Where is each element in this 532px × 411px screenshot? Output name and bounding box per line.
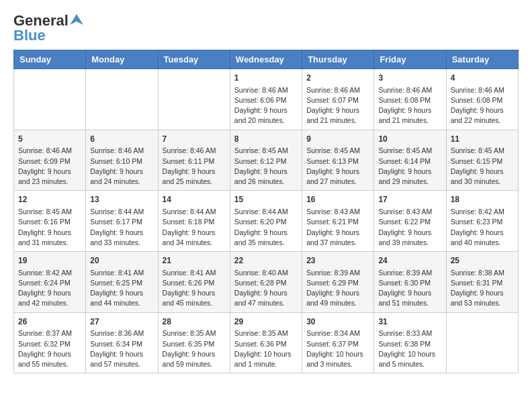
day-number: 21 [163,255,226,267]
calendar-cell: 2Sunrise: 8:46 AM Sunset: 6:07 PM Daylig… [302,69,374,130]
cell-content: Sunrise: 8:35 AM Sunset: 6:35 PM Dayligh… [163,328,226,369]
calendar-cell: 10Sunrise: 8:45 AM Sunset: 6:14 PM Dayli… [374,130,446,191]
day-number: 2 [306,73,369,84]
day-number: 22 [234,255,298,267]
calendar-cell: 18Sunrise: 8:42 AM Sunset: 6:23 PM Dayli… [446,191,518,252]
calendar-cell: 28Sunrise: 8:35 AM Sunset: 6:35 PM Dayli… [158,312,230,373]
day-number: 30 [306,316,369,328]
day-number: 5 [18,134,81,145]
calendar-cell: 23Sunrise: 8:39 AM Sunset: 6:29 PM Dayli… [302,252,374,313]
cell-content: Sunrise: 8:46 AM Sunset: 6:08 PM Dayligh… [451,85,514,126]
calendar-cell: 7Sunrise: 8:46 AM Sunset: 6:11 PM Daylig… [158,130,230,191]
cell-content: Sunrise: 8:33 AM Sunset: 6:38 PM Dayligh… [378,328,441,369]
calendar-cell: 24Sunrise: 8:39 AM Sunset: 6:30 PM Dayli… [374,252,446,313]
logo-general-text: General [13,13,69,28]
cell-content: Sunrise: 8:41 AM Sunset: 6:26 PM Dayligh… [163,268,226,309]
cell-content: Sunrise: 8:44 AM Sunset: 6:20 PM Dayligh… [234,207,298,248]
calendar-cell: 1Sunrise: 8:46 AM Sunset: 6:06 PM Daylig… [230,69,302,130]
cell-content: Sunrise: 8:39 AM Sunset: 6:30 PM Dayligh… [378,268,441,309]
calendar-cell: 21Sunrise: 8:41 AM Sunset: 6:26 PM Dayli… [158,252,230,313]
day-number: 23 [306,255,369,267]
calendar-header-saturday: Saturday [446,50,518,69]
cell-content: Sunrise: 8:43 AM Sunset: 6:21 PM Dayligh… [306,207,369,248]
day-number: 9 [306,134,369,145]
calendar-cell: 13Sunrise: 8:44 AM Sunset: 6:17 PM Dayli… [86,191,158,252]
day-number: 17 [378,194,441,205]
day-number: 8 [234,134,298,145]
cell-content: Sunrise: 8:39 AM Sunset: 6:29 PM Dayligh… [306,268,369,309]
day-number: 15 [234,194,298,205]
calendar-cell: 31Sunrise: 8:33 AM Sunset: 6:38 PM Dayli… [374,312,446,373]
cell-content: Sunrise: 8:44 AM Sunset: 6:18 PM Dayligh… [163,207,226,248]
cell-content: Sunrise: 8:37 AM Sunset: 6:32 PM Dayligh… [18,328,81,369]
day-number: 16 [306,194,369,205]
calendar-cell: 12Sunrise: 8:45 AM Sunset: 6:16 PM Dayli… [14,191,86,252]
calendar-week-row: 12Sunrise: 8:45 AM Sunset: 6:16 PM Dayli… [14,191,519,252]
day-number: 6 [90,134,153,145]
calendar-cell [446,312,518,373]
calendar-week-row: 26Sunrise: 8:37 AM Sunset: 6:32 PM Dayli… [14,312,519,373]
calendar-week-row: 19Sunrise: 8:42 AM Sunset: 6:24 PM Dayli… [14,252,519,313]
day-number: 13 [90,194,153,205]
day-number: 25 [451,255,514,267]
calendar-cell: 6Sunrise: 8:46 AM Sunset: 6:10 PM Daylig… [86,130,158,191]
calendar-table: SundayMondayTuesdayWednesdayThursdayFrid… [13,50,519,373]
calendar-cell [86,69,158,130]
day-number: 3 [378,73,441,84]
calendar-cell: 3Sunrise: 8:46 AM Sunset: 6:08 PM Daylig… [374,69,446,130]
cell-content: Sunrise: 8:40 AM Sunset: 6:28 PM Dayligh… [234,268,298,309]
day-number: 4 [451,73,514,84]
calendar-header-sunday: Sunday [14,50,86,69]
calendar-cell: 11Sunrise: 8:45 AM Sunset: 6:15 PM Dayli… [446,130,518,191]
calendar-cell: 27Sunrise: 8:36 AM Sunset: 6:34 PM Dayli… [86,312,158,373]
day-number: 28 [163,316,226,328]
cell-content: Sunrise: 8:45 AM Sunset: 6:13 PM Dayligh… [306,146,369,187]
cell-content: Sunrise: 8:41 AM Sunset: 6:25 PM Dayligh… [90,268,153,309]
day-number: 29 [234,316,298,328]
day-number: 12 [18,194,81,205]
cell-content: Sunrise: 8:43 AM Sunset: 6:22 PM Dayligh… [378,207,441,248]
day-number: 31 [378,316,441,328]
cell-content: Sunrise: 8:34 AM Sunset: 6:37 PM Dayligh… [306,328,369,369]
cell-content: Sunrise: 8:42 AM Sunset: 6:23 PM Dayligh… [451,207,514,248]
calendar-cell: 30Sunrise: 8:34 AM Sunset: 6:37 PM Dayli… [302,312,374,373]
cell-content: Sunrise: 8:46 AM Sunset: 6:06 PM Dayligh… [234,85,298,126]
day-number: 10 [378,134,441,145]
calendar-header-friday: Friday [374,50,446,69]
calendar-header-wednesday: Wednesday [230,50,302,69]
cell-content: Sunrise: 8:35 AM Sunset: 6:36 PM Dayligh… [234,328,298,369]
cell-content: Sunrise: 8:45 AM Sunset: 6:14 PM Dayligh… [378,146,441,187]
calendar-cell: 8Sunrise: 8:45 AM Sunset: 6:12 PM Daylig… [230,130,302,191]
calendar-cell: 25Sunrise: 8:38 AM Sunset: 6:31 PM Dayli… [446,252,518,313]
day-number: 7 [163,134,226,145]
calendar-cell: 26Sunrise: 8:37 AM Sunset: 6:32 PM Dayli… [14,312,86,373]
calendar-cell: 22Sunrise: 8:40 AM Sunset: 6:28 PM Dayli… [230,252,302,313]
cell-content: Sunrise: 8:36 AM Sunset: 6:34 PM Dayligh… [90,328,153,369]
day-number: 14 [163,194,226,205]
day-number: 19 [18,255,81,267]
svg-marker-0 [70,14,83,25]
cell-content: Sunrise: 8:45 AM Sunset: 6:16 PM Dayligh… [18,207,81,248]
calendar-cell [14,69,86,130]
cell-content: Sunrise: 8:46 AM Sunset: 6:09 PM Dayligh… [18,146,81,187]
cell-content: Sunrise: 8:45 AM Sunset: 6:12 PM Dayligh… [234,146,298,187]
cell-content: Sunrise: 8:46 AM Sunset: 6:08 PM Dayligh… [378,85,441,126]
cell-content: Sunrise: 8:45 AM Sunset: 6:15 PM Dayligh… [451,146,514,187]
calendar-cell: 14Sunrise: 8:44 AM Sunset: 6:18 PM Dayli… [158,191,230,252]
calendar-week-row: 5Sunrise: 8:46 AM Sunset: 6:09 PM Daylig… [14,130,519,191]
cell-content: Sunrise: 8:38 AM Sunset: 6:31 PM Dayligh… [451,268,514,309]
day-number: 1 [234,73,298,84]
logo: General Blue [13,13,83,43]
day-number: 26 [18,316,81,328]
calendar-header-row: SundayMondayTuesdayWednesdayThursdayFrid… [14,50,519,69]
calendar-cell [158,69,230,130]
page-header: General Blue [13,13,519,43]
calendar-header-monday: Monday [86,50,158,69]
calendar-cell: 9Sunrise: 8:45 AM Sunset: 6:13 PM Daylig… [302,130,374,191]
day-number: 27 [90,316,153,328]
calendar-week-row: 1Sunrise: 8:46 AM Sunset: 6:06 PM Daylig… [14,69,519,130]
cell-content: Sunrise: 8:42 AM Sunset: 6:24 PM Dayligh… [18,268,81,309]
day-number: 20 [90,255,153,267]
day-number: 24 [378,255,441,267]
cell-content: Sunrise: 8:46 AM Sunset: 6:07 PM Dayligh… [306,85,369,126]
